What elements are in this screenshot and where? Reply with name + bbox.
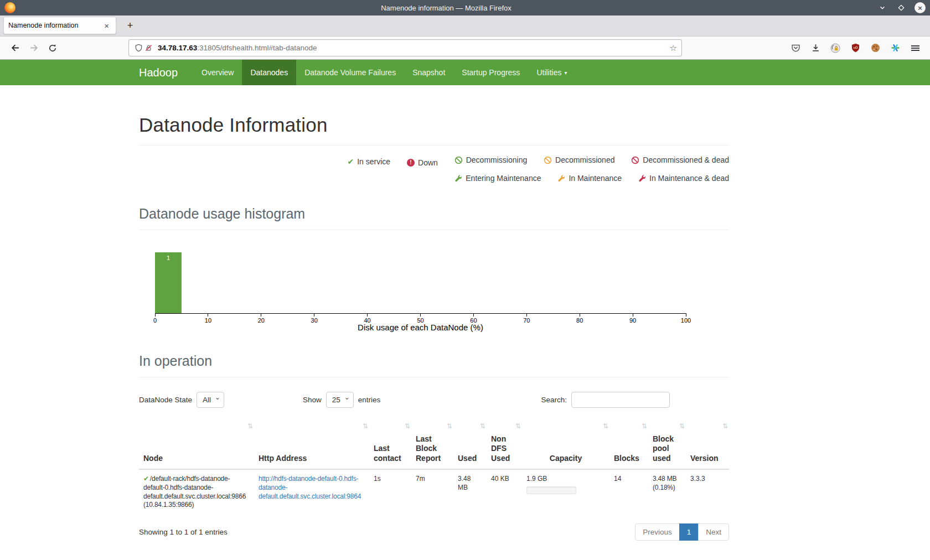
tab-title: Namenode information: [8, 22, 102, 29]
ban-circle-icon: [631, 156, 639, 164]
sort-icon: ⇅: [447, 422, 452, 431]
url-bar[interactable]: 34.78.17.63:31805/dfshealth.html#tab-dat…: [128, 39, 682, 56]
window-close-button[interactable]: ×: [914, 2, 926, 13]
cell-non-dfs-used: 40 KB: [487, 469, 522, 515]
page-length-select[interactable]: 25: [326, 392, 354, 408]
cell-used: 3.48 MB: [453, 469, 487, 515]
header-http-address[interactable]: Http Address⇅: [254, 418, 369, 470]
in-service-check-icon: ✔: [143, 475, 149, 483]
menu-hamburger-icon[interactable]: [910, 43, 920, 53]
search-input[interactable]: [571, 392, 670, 408]
nav-item-utilities[interactable]: Utilities▾: [528, 60, 575, 85]
header-last-block-report[interactable]: Last Block Report⇅: [411, 418, 453, 470]
histogram-section-title: Datanode usage histogram: [139, 206, 729, 222]
divider: [139, 230, 729, 230]
legend-down: ! Down: [407, 155, 438, 170]
cell-last-contact: 1s: [369, 469, 411, 515]
window-maximize-button[interactable]: [896, 2, 907, 13]
firefox-logo-icon: [4, 2, 16, 13]
header-version[interactable]: Version⇅: [686, 418, 729, 470]
ban-circle-icon: [454, 156, 463, 164]
nav-item-datanode-volume-failures[interactable]: Datanode Volume Failures: [296, 60, 404, 85]
downloads-icon[interactable]: [810, 43, 820, 53]
header-non-dfs-used[interactable]: Non DFS Used⇅: [487, 418, 522, 470]
node-status-legend: ✔ In service ! Down Decommissioning Deco…: [139, 152, 729, 187]
sort-icon: ⇅: [679, 422, 685, 431]
svg-text:1: 1: [167, 255, 170, 261]
forward-button[interactable]: [25, 40, 42, 56]
cell-capacity: 1.9 GB: [522, 469, 609, 515]
reload-button[interactable]: [44, 40, 61, 56]
ban-circle-icon: [544, 156, 552, 164]
legend-decommissioning: Decommissioning: [454, 152, 527, 168]
bookmark-star-icon[interactable]: ☆: [670, 43, 677, 53]
pagination-page-1-button[interactable]: 1: [679, 523, 699, 541]
window-minimize-button[interactable]: [877, 2, 888, 13]
asterisk-extension-icon[interactable]: [890, 43, 900, 53]
cell-version: 3.3.3: [686, 469, 729, 515]
nav-item-startup-progress[interactable]: Startup Progress: [453, 60, 528, 85]
sort-icon: ⇅: [515, 422, 521, 431]
legend-decommissioned-dead: Decommissioned & dead: [631, 152, 729, 168]
datanode-state-filter: DataNode State All: [139, 392, 224, 408]
sort-icon: ⇅: [603, 422, 608, 431]
table-controls: DataNode State All Show 25 entries Searc…: [139, 392, 729, 408]
header-node[interactable]: Node⇅: [139, 418, 254, 470]
legend-in-maintenance: In Maintenance: [557, 170, 622, 186]
svg-text:uO: uO: [853, 46, 858, 49]
entries-label: entries: [358, 396, 381, 404]
usage-histogram-svg: 10102030405060708090100Disk usage of eac…: [139, 237, 729, 334]
datanode-usage-histogram: 10102030405060708090100Disk usage of eac…: [139, 237, 729, 334]
cell-blocks: 14: [609, 469, 648, 515]
legend-entering-maintenance: Entering Maintenance: [454, 170, 541, 186]
header-last-contact[interactable]: Last contact⇅: [369, 418, 411, 470]
cell-last-block-report: 7m: [411, 469, 453, 515]
tracking-protection-shield-icon[interactable]: [133, 43, 143, 53]
showing-entries-text: Showing 1 to 1 of 1 entries: [139, 528, 228, 536]
wrench-icon: [557, 174, 565, 182]
pagination-next-button[interactable]: Next: [698, 523, 729, 541]
pagination-previous-button[interactable]: Previous: [635, 523, 680, 541]
search-label: Search:: [541, 396, 567, 404]
header-block-pool-used[interactable]: Block pool used⇅: [648, 418, 686, 470]
datanodes-table: Node⇅ Http Address⇅ Last contact⇅ Last B…: [139, 418, 729, 515]
nav-item-snapshot[interactable]: Snapshot: [404, 60, 453, 85]
legend-in-maintenance-dead: In Maintenance & dead: [638, 170, 729, 186]
divider: [139, 145, 729, 146]
back-button[interactable]: [7, 40, 23, 56]
extension-lock-icon[interactable]: [830, 43, 840, 53]
header-used[interactable]: Used⇅: [453, 418, 487, 470]
header-capacity[interactable]: Capacity⇅: [522, 418, 609, 470]
tab-namenode-information[interactable]: Namenode information ×: [3, 17, 116, 34]
new-tab-button[interactable]: +: [122, 17, 138, 34]
ublock-origin-icon[interactable]: uO: [850, 43, 860, 53]
search-control: Search:: [541, 392, 670, 408]
sort-icon: ⇅: [642, 422, 647, 431]
sort-icon: ⇅: [480, 422, 485, 431]
svg-text:30: 30: [311, 317, 318, 324]
table-row: ✔/default-rack/hdfs-datanode-default-0.h…: [139, 469, 729, 515]
tab-close-icon[interactable]: ×: [102, 21, 111, 30]
svg-text:Disk usage of each DataNode (%: Disk usage of each DataNode (%): [358, 323, 483, 332]
datanode-state-label: DataNode State: [139, 396, 192, 404]
cell-http-address: http://hdfs-datanode-default-0.hdfs-data…: [254, 469, 369, 515]
pocket-icon[interactable]: [790, 43, 800, 53]
show-entries-control: Show 25 entries: [303, 392, 380, 408]
navbar-brand-hadoop[interactable]: Hadoop: [139, 60, 193, 85]
header-blocks[interactable]: Blocks⇅: [609, 418, 648, 470]
table-footer: Showing 1 to 1 of 1 entries Previous 1 N…: [139, 523, 729, 541]
sort-icon: ⇅: [247, 422, 253, 431]
svg-text:90: 90: [629, 317, 636, 324]
url-text: 34.78.17.63:31805/dfshealth.html#tab-dat…: [158, 44, 317, 52]
pagination: Previous 1 Next: [636, 523, 729, 541]
in-operation-section-title: In operation: [139, 353, 729, 369]
nav-item-overview[interactable]: Overview: [193, 60, 242, 85]
svg-text:70: 70: [523, 317, 530, 324]
sort-icon: ⇅: [363, 422, 368, 431]
cookie-extension-icon[interactable]: [870, 43, 880, 53]
hadoop-navbar: Hadoop Overview Datanodes Datanode Volum…: [0, 60, 930, 85]
insecure-lock-icon[interactable]: [143, 43, 153, 53]
nav-item-datanodes[interactable]: Datanodes: [242, 60, 296, 85]
http-address-link[interactable]: http://hdfs-datanode-default-0.hdfs-data…: [259, 475, 361, 500]
datanode-state-select[interactable]: All: [197, 392, 224, 408]
